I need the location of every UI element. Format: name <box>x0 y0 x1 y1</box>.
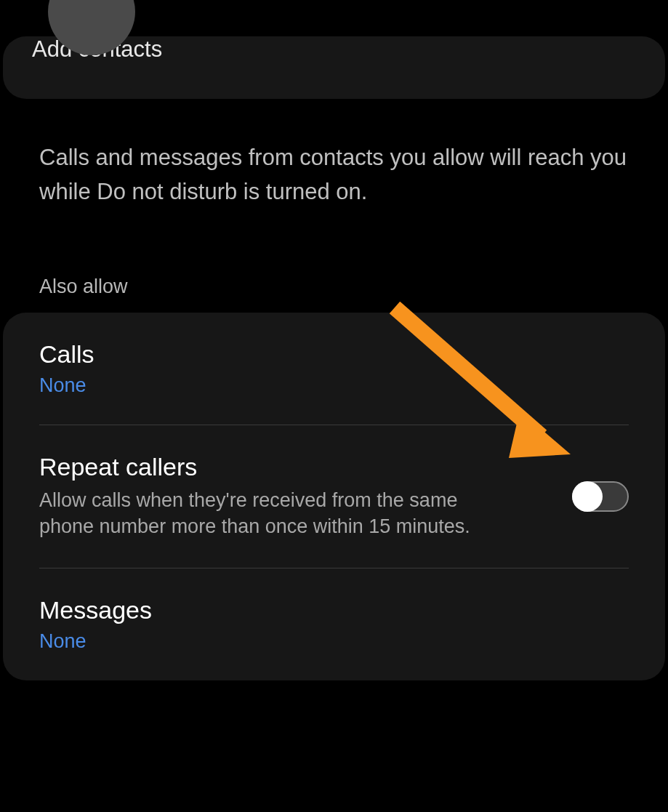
toggle-knob <box>572 481 603 512</box>
settings-card: Calls None Repeat callers Allow calls wh… <box>3 313 665 680</box>
calls-setting[interactable]: Calls None <box>3 313 665 425</box>
messages-value: None <box>39 630 629 653</box>
messages-title: Messages <box>39 596 629 624</box>
also-allow-header: Also allow <box>0 276 668 298</box>
calls-value: None <box>39 374 629 397</box>
repeat-callers-setting[interactable]: Repeat callers Allow calls when they're … <box>3 425 665 568</box>
add-contacts-card[interactable]: Add contacts <box>3 36 665 99</box>
messages-setting[interactable]: Messages None <box>3 568 665 680</box>
repeat-callers-toggle[interactable] <box>572 481 629 512</box>
repeat-callers-title: Repeat callers <box>39 453 572 481</box>
dnd-description: Calls and messages from contacts you all… <box>0 141 668 209</box>
repeat-callers-description: Allow calls when they're received from t… <box>39 487 497 540</box>
calls-title: Calls <box>39 340 629 369</box>
